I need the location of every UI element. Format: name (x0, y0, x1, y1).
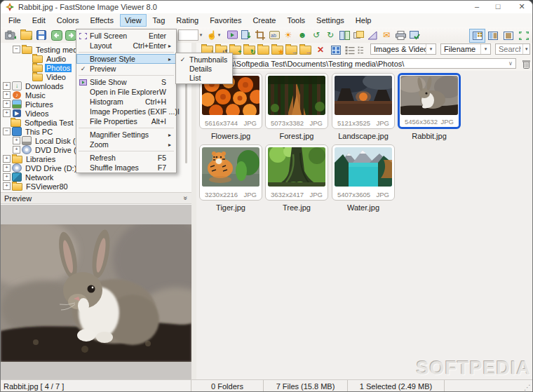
menu-item-file-properties[interactable]: File Properties Alt+I (76, 116, 176, 126)
expand-box[interactable]: + (13, 146, 20, 154)
submenu-item-list[interactable]: List (176, 73, 232, 82)
move-to-folder-button[interactable]: → (299, 44, 311, 55)
expand-box[interactable]: + (3, 100, 11, 108)
view-thumbnails-button[interactable] (330, 44, 342, 55)
menu-create[interactable]: Create (248, 14, 281, 27)
sort-dropdown-button[interactable]: ▾ (480, 44, 490, 54)
submenu-item-thumbnails[interactable]: ✓ Thumbnails (176, 55, 232, 64)
tree-item-network[interactable]: + Network (1, 173, 191, 182)
address-dropdown-icon[interactable]: ∨ (506, 60, 515, 67)
acquire-camera-button[interactable] (4, 29, 18, 41)
search-dropdown-button[interactable]: ▾ (522, 44, 529, 54)
menu-item-open-in-file-explorer[interactable]: Open in File Explorer W (76, 87, 176, 97)
compare-images-button[interactable] (337, 29, 351, 41)
collapse-box[interactable]: − (13, 46, 20, 53)
minimize-button[interactable]: – (471, 1, 483, 13)
thumbnail-rabbit-selected[interactable]: 5456x3632 JPG Rabbit.jpg (398, 73, 461, 140)
menu-item-layout[interactable]: Layout Ctrl+Enter ▸ (76, 41, 176, 50)
view-split-button[interactable] (485, 29, 501, 43)
thumbnail-forest[interactable]: 5073x3382 JPG Forest.jpg (265, 73, 328, 140)
menu-item-zoom[interactable]: Zoom ▸ (76, 140, 176, 149)
maximize-button[interactable]: □ (492, 1, 504, 13)
red-eye-button[interactable]: ☻ (295, 29, 309, 41)
folder-icon (32, 63, 43, 72)
view-list-button[interactable] (356, 44, 369, 55)
email-button[interactable]: ✉ (379, 29, 393, 41)
collapse-preview-icon[interactable]: » (182, 196, 190, 201)
menu-rating[interactable]: Rating (171, 14, 203, 27)
resize-grip[interactable]: ⋰ (524, 384, 531, 391)
menu-colors[interactable]: Colors (52, 14, 84, 27)
close-button[interactable]: ✕ (516, 1, 527, 13)
rotate-right-button[interactable]: ↻ (323, 29, 337, 41)
expand-box[interactable]: + (3, 82, 11, 90)
recycle-bin-button[interactable] (520, 58, 532, 69)
slideshow-button[interactable] (225, 29, 239, 41)
delete-button[interactable]: ✕ (314, 44, 327, 55)
expand-box[interactable]: + (13, 137, 20, 144)
menu-help[interactable]: Help (351, 14, 377, 27)
collapse-box[interactable]: − (3, 128, 11, 135)
hand-tool-dropdown-button[interactable]: ▾ (215, 29, 223, 41)
menu-item-browser-style[interactable]: Browser Style ▸ (76, 54, 176, 64)
thumbnail-landscape[interactable]: 5121x3525 JPG Landscape.jpg (332, 73, 395, 140)
menu-tag[interactable]: Tag (148, 14, 170, 27)
previous-image-button[interactable] (50, 29, 64, 41)
tree-item-fsviewer80[interactable]: + FSViewer80 (1, 182, 191, 191)
refresh-folder-button[interactable]: ↻ (243, 44, 255, 55)
menu-item-refresh[interactable]: Refresh F5 (76, 153, 176, 163)
rotate-left-button[interactable]: ↺ (309, 29, 323, 41)
address-field[interactable]: C:\Users\Softpedia Test\Documents\Testin… (201, 58, 516, 69)
menu-settings[interactable]: Settings (311, 14, 349, 27)
menu-effects[interactable]: Effects (86, 14, 119, 27)
expand-box[interactable]: + (3, 155, 11, 163)
menu-item-image-properties[interactable]: Image Properties (EXIF ...) I (76, 107, 176, 116)
open-folder2-button[interactable] (257, 44, 269, 55)
menu-view[interactable]: View (120, 14, 147, 27)
panel-splitter[interactable] (191, 43, 196, 379)
submenu-item-details[interactable]: Details (176, 64, 232, 73)
menu-item-slide-show[interactable]: Slide Show S (76, 77, 176, 87)
menu-item-histogram[interactable]: Histogram Ctrl+H (76, 97, 176, 107)
copy-to-folder-button[interactable]: → (285, 44, 297, 55)
copy-move-button[interactable] (351, 29, 365, 41)
sort-dropdown[interactable]: Filename ▾ (440, 43, 491, 55)
view-fullscreen-button[interactable] (515, 29, 532, 43)
expand-box[interactable]: + (3, 182, 11, 190)
menu-tools[interactable]: Tools (282, 14, 310, 27)
menu-file[interactable]: File (4, 14, 26, 27)
expand-box[interactable]: + (3, 173, 11, 181)
sort-button[interactable] (239, 29, 253, 41)
draw-board-button[interactable] (365, 29, 379, 41)
search-box[interactable]: ▾ (495, 43, 530, 55)
view-details-button[interactable] (344, 44, 356, 55)
menu-item-magnifier-settings[interactable]: Magnifier Settings ▸ (76, 130, 176, 140)
preview-pane[interactable] (1, 205, 191, 392)
save-button[interactable] (34, 29, 48, 41)
crop-button[interactable] (253, 29, 267, 41)
zoom-dropdown-button[interactable]: ▾ (197, 29, 205, 41)
verify-button[interactable] (407, 29, 421, 41)
expand-box[interactable]: + (3, 109, 11, 117)
expand-box[interactable]: + (3, 91, 11, 99)
filter-dropdown-button[interactable]: ▾ (426, 44, 436, 54)
view-image-button[interactable] (500, 29, 516, 43)
filter-dropdown[interactable]: Images & Videos ▾ (370, 43, 436, 55)
menu-edit[interactable]: Edit (27, 14, 50, 27)
menu-item-shuffle-images[interactable]: Shuffle Images F7 (76, 163, 176, 173)
thumbnail-tree[interactable]: 3632x2417 JPG Tree.jpg (265, 144, 328, 212)
search-input[interactable] (496, 44, 522, 54)
expand-box[interactable]: + (3, 164, 11, 172)
view-windowed-button[interactable] (469, 29, 485, 43)
menu-item-preview[interactable]: ✓ Preview (76, 64, 176, 74)
thumbnail-tiger[interactable]: 3230x2216 JPG Tiger.jpg (199, 144, 262, 212)
favorite-folder-button[interactable]: ★ (271, 44, 283, 55)
menu-favorites[interactable]: Favorites (205, 14, 246, 27)
adjust-colors-button[interactable]: ☀ (281, 29, 295, 41)
print-button[interactable] (393, 29, 407, 41)
zoom-level-combo[interactable] (178, 29, 198, 41)
menu-item-full-screen[interactable]: Full Screen Enter (76, 31, 176, 41)
thumbnail-water[interactable]: 5407x3605 JPG Water.jpg (332, 144, 395, 212)
rename-button[interactable]: ab (267, 29, 281, 41)
open-folder-button[interactable]: ↓ (19, 29, 33, 41)
